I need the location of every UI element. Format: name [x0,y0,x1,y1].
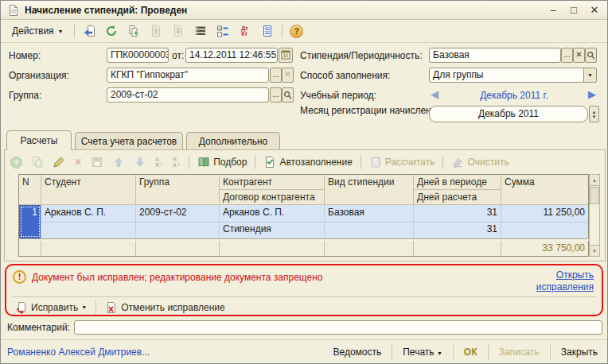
table-frame: N Студент Группа Контрагент Договор конт… [18,174,589,257]
divider [95,300,96,315]
comment-label: Комментарий: [7,322,70,333]
reg-month-field[interactable]: Декабрь 2011 [429,106,588,122]
delete-icon: ✕ [74,157,82,168]
cancel-fix-button[interactable]: Отменить исправление [102,299,228,316]
structure-icon [194,25,207,37]
dtkt-icon: Дт Кт [241,25,247,37]
edit-row-button[interactable] [49,153,68,171]
write-close-button[interactable] [79,21,99,41]
fix-button[interactable]: Исправить ▼ [12,299,90,316]
divider [189,155,189,169]
delete-row-button: ✕ [71,153,85,171]
reg-month-label: Месяц регистрации начислений: [300,105,419,116]
table-scrollbar[interactable]: ▲ ▼ [589,174,600,257]
posting-mode-button[interactable] [212,21,233,41]
svg-text:+: + [134,29,138,37]
magnifier-icon [587,51,595,60]
organization-field[interactable]: КГКП "Гиппократ" [107,68,269,83]
scholarship-open-button[interactable] [585,48,597,63]
minimize-icon[interactable]: – [547,4,559,16]
cell-row-number[interactable]: 1 [19,205,41,238]
refresh-button[interactable] [101,21,122,41]
total-sum-cell: 33 750,00 [501,241,588,256]
vedomost-button[interactable]: Ведомость [329,345,384,359]
author-link[interactable]: Романенко Алексей Дмитриев... [7,347,150,358]
fill-method-field[interactable]: Для группы [429,68,597,83]
group-open-button[interactable] [282,87,294,103]
number-field[interactable]: ГПК00000003 [107,48,169,63]
cell-contract[interactable]: Стипендия [220,222,325,238]
cancel-fix-icon [105,301,118,314]
divider [255,155,255,169]
eraser-icon [451,156,464,168]
ok-button[interactable]: ОК [461,345,481,359]
magnifier-icon [283,91,292,99]
dtkt-postings-button[interactable]: Дт Кт [235,21,255,41]
comment-input[interactable] [74,320,602,335]
chevron-down-icon: ▼ [437,350,442,356]
book-icon [197,156,210,168]
col-header-group: Группа [136,175,220,205]
post-document-button [146,21,166,41]
period-next-icon[interactable]: ▶ [588,88,596,100]
calendar-button[interactable] [279,48,293,63]
document-journal-button[interactable] [257,21,278,41]
tab-raschety[interactable]: Расчеты [6,130,72,150]
scroll-up-icon[interactable]: ▲ [590,175,599,186]
clear-button: Очистить [448,153,512,171]
autofill-button[interactable]: Автозаполнение [260,153,355,171]
copy-document-icon: + [127,25,140,37]
study-period-label: Учебный период: [300,90,376,101]
copy-row-button [28,153,47,171]
date-field[interactable]: 14.12.2011 12:46:55 [185,48,278,63]
organization-clear-button[interactable]: ✕ [282,68,294,83]
calculator-icon [369,156,382,168]
podbor-button[interactable]: Подбор [194,153,250,171]
print-button[interactable]: Печать ▼ [399,345,446,359]
organization-select-button[interactable]: ... [270,68,282,83]
scholarship-clear-button[interactable]: ✕ [573,48,585,63]
fill-method-dropdown-button[interactable]: ▼ [583,68,597,83]
reg-month-spinner[interactable]: ▲▼ [589,106,599,122]
main-toolbar: Действия ▼ + Дт Кт [1,20,607,43]
actions-menu-button[interactable]: Действия ▼ [6,21,70,41]
close-icon[interactable]: ✕ [588,4,601,16]
structure-button[interactable] [190,21,211,41]
tab-scheta-ucheta[interactable]: Счета учета расчетов [75,132,183,149]
col-header-student: Студент [41,175,136,205]
scroll-down-icon[interactable]: ▼ [590,245,599,256]
cell-days-calc[interactable]: 31 [414,222,501,238]
chevron-down-icon: ▼ [58,29,64,34]
open-corrections-link[interactable]: Открыть исправления [506,269,594,293]
end-edit-icon [91,156,103,168]
unpost-document-icon [172,25,185,37]
post-document-icon [150,25,162,37]
tab-dopolnitelno[interactable]: Дополнительно [186,132,280,149]
period-prev-icon[interactable]: ◀ [431,88,438,100]
footer-bar: Романенко Алексей Дмитриев... Ведомость … [1,339,607,364]
move-up-button [109,153,128,171]
close-button[interactable]: Закрыть [558,345,601,359]
cell-days-period[interactable]: 31 [414,205,501,222]
number-label: Номер: [9,50,41,61]
help-button[interactable]: ? [286,21,307,41]
sort-asc-icon: АЯ↓ [155,157,164,168]
scholarship-select-button[interactable]: ... [561,48,573,63]
scholarship-field[interactable]: Базовая [429,48,561,63]
copy-document-button[interactable]: + [123,21,144,41]
col-header-sum: Сумма [501,175,588,205]
window-title: Начисление стипендий: Проведен [25,5,187,16]
unpost-document-button [168,21,189,41]
cell-contractor[interactable]: Арканов С. П. [220,205,325,222]
autofill-icon [263,156,276,168]
divider [392,345,392,359]
sort-asc-button: АЯ↓ [152,153,167,171]
study-period-value-link[interactable]: Декабрь 2011 г. [446,90,582,101]
group-field[interactable]: 2009-ст-02 [107,87,269,103]
scrollbar-thumb[interactable] [590,187,599,204]
title-bar: Начисление стипендий: Проведен – □ ✕ [1,1,607,20]
maximize-icon[interactable]: □ [567,4,580,16]
group-select-button[interactable]: ... [270,87,282,103]
fix-icon [15,301,28,314]
scholarship-label: Стипендия/Периодичность: [300,50,423,61]
